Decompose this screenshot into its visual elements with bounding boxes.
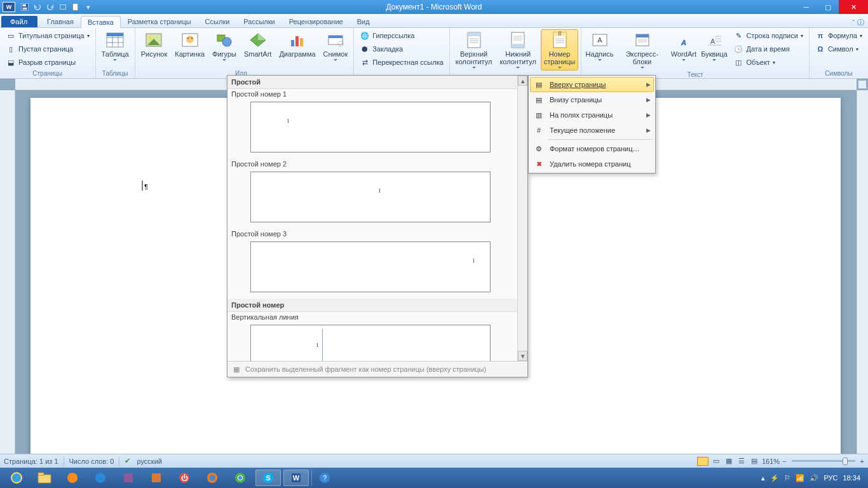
zoom-out-icon[interactable]: − [782,458,786,465]
tab-mailings[interactable]: Рассылки [236,15,281,27]
equation-icon: π [815,30,825,41]
gallery-item[interactable]: 1 [250,172,491,222]
save-icon[interactable] [19,1,31,13]
submenu-remove[interactable]: ✖Удалить номера страниц [530,156,654,172]
object-button[interactable]: ◫Объект▾ [730,56,806,69]
datetime-button[interactable]: 🕓Дата и время [730,43,806,55]
tray-flag-icon[interactable]: ⚐ [784,474,790,482]
vertical-ruler[interactable] [0,90,15,454]
status-page[interactable]: Страница: 1 из 1 [4,458,58,465]
scroll-up-icon[interactable]: ▴ [518,76,527,86]
tray-arrow-icon[interactable]: ▴ [761,474,765,482]
blank-page-button[interactable]: ▯Пустая страница [3,43,93,55]
taskbar-ie[interactable] [4,470,29,486]
scroll-down-icon[interactable]: ▾ [518,351,527,361]
taskbar-app[interactable] [88,470,113,486]
gallery-item[interactable]: 1 [250,102,491,152]
header-button[interactable]: Верхний колонтитул [452,29,496,71]
taskbar-skype[interactable]: S [255,470,281,486]
submenu-top[interactable]: ▤Вверху страницы▶ [530,77,654,92]
zoom-level[interactable]: 161% [762,458,780,465]
view-print-icon[interactable] [697,457,709,466]
ruler-toggle-icon[interactable] [858,80,867,89]
tray-battery-icon[interactable]: ⚡ [770,474,779,482]
gallery-item[interactable]: 1 [250,325,491,361]
equation-button[interactable]: πФормула▾ [812,29,865,42]
view-web-icon[interactable]: ▦ [724,456,734,466]
picture-button[interactable]: Рисунок [138,29,171,60]
taskbar-app[interactable]: ? [311,470,337,486]
group-pages: ▭Титульная страница▾ ▯Пустая страница ⬓Р… [0,28,96,78]
view-read-icon[interactable]: ▭ [711,456,721,466]
tab-review[interactable]: Рецензирование [282,15,350,27]
zoom-slider[interactable] [792,460,855,462]
taskbar-explorer[interactable] [32,470,57,486]
signature-button[interactable]: ✎Строка подписи▾ [730,29,806,42]
table-button[interactable]: Таблица [98,29,132,63]
taskbar-app[interactable] [144,470,169,486]
tray-language[interactable]: РУС [824,474,837,482]
qat-icon[interactable] [57,1,69,13]
footer-button[interactable]: Нижний колонтитул [496,29,539,71]
tray-volume-icon[interactable]: 🔊 [810,474,818,482]
close-button[interactable]: ✕ [839,0,868,14]
vertical-scrollbar[interactable] [857,90,868,454]
status-words[interactable]: Число слов: 0 [69,458,114,465]
page-break-button[interactable]: ⬓Разрыв страницы [3,56,93,69]
taskbar-app[interactable] [116,470,141,486]
tab-file[interactable]: Файл [1,16,37,27]
taskbar-app[interactable] [60,470,85,486]
tab-layout[interactable]: Разметка страницы [121,15,198,27]
qat-dropdown-icon[interactable]: ▾ [83,1,94,13]
submenu-bottom[interactable]: ▤Внизу страницы▶ [530,92,654,107]
zoom-in-icon[interactable]: + [860,458,864,465]
tab-references[interactable]: Ссылки [198,15,237,27]
submenu-margins[interactable]: ▥На полях страницы▶ [530,107,654,123]
help-icon[interactable]: ⓘ [857,18,864,27]
dropcap-button[interactable]: AБуквица [700,29,729,63]
cover-page-button[interactable]: ▭Титульная страница▾ [3,29,93,42]
maximize-button[interactable]: ▢ [817,0,839,14]
smartart-button[interactable]: SmartArt [241,29,275,60]
tray-clock[interactable]: 18:34 [843,474,860,482]
submenu-current[interactable]: #Текущее положение▶ [530,123,654,138]
page-number-button[interactable]: #Номер страницы [541,29,578,71]
minimize-button[interactable]: ─ [796,0,817,14]
tray-network-icon[interactable]: 📶 [796,474,804,482]
hyperlink-button[interactable]: 🌐Гиперссылка [356,29,447,42]
tab-view[interactable]: Вид [350,15,377,27]
qat-new-icon[interactable] [70,1,81,13]
bookmark-button[interactable]: ⬢Закладка [356,43,447,55]
gallery-scrollbar[interactable]: ▴ ▾ [517,76,527,361]
undo-icon[interactable] [32,1,43,13]
taskbar-firefox[interactable] [200,470,225,486]
gallery-item[interactable]: 1 [250,241,491,292]
taskbar-chrome[interactable] [227,470,253,486]
tab-insert[interactable]: Вставка [81,16,121,28]
page-current-icon: # [533,125,545,135]
status-language[interactable]: русский [137,458,161,465]
svg-rect-63 [124,473,133,482]
view-draft-icon[interactable]: ▤ [749,456,759,466]
textbox-button[interactable]: AНадпись [584,29,615,63]
crossref-button[interactable]: ⇄Перекрестная ссылка [356,56,447,69]
symbol-button[interactable]: ΩСимвол▾ [812,43,865,55]
proofing-icon[interactable]: ✔ [125,457,130,465]
chart-button[interactable]: Диаграмма [276,29,318,60]
quickparts-button[interactable]: Экспресс-блоки [616,29,668,71]
taskbar-app[interactable]: ⏻ [172,470,197,486]
taskbar-word[interactable]: W [283,470,309,486]
ribbon-minimize-icon[interactable]: ˇ [852,19,855,27]
svg-text:¶: ¶ [144,183,148,191]
view-outline-icon[interactable]: ☰ [736,456,747,466]
screenshot-button[interactable]: Снимок [320,29,351,63]
clipart-button[interactable]: Картинка [172,29,208,60]
redo-icon[interactable] [44,1,56,13]
shapes-button[interactable]: Фигуры [209,29,240,63]
wordart-button[interactable]: AWordArt [669,29,698,63]
screenshot-icon [325,31,346,49]
svg-text:W: W [293,474,300,482]
save-selection-icon: ▦ [231,364,241,374]
submenu-format[interactable]: ⚙Формат номеров страниц… [530,141,654,156]
tab-home[interactable]: Главная [40,15,81,27]
